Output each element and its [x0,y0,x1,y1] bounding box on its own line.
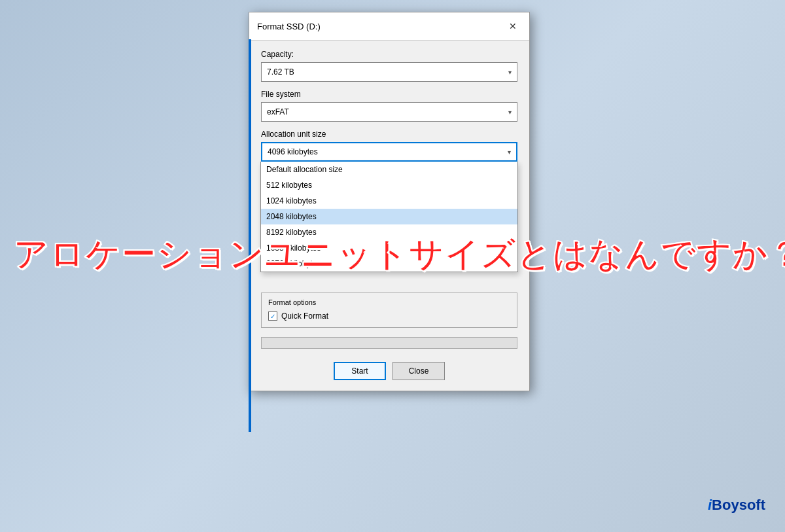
dialog-title: Format SSD (D:) [257,22,321,31]
close-dialog-button[interactable]: Close [392,362,445,380]
dialog-close-button[interactable]: ✕ [504,18,521,35]
format-options-group: Format options ✓ Quick Format [261,293,517,328]
filesystem-select[interactable]: exFAT ▾ [261,102,517,122]
format-options-legend: Format options [268,298,510,306]
iboysoft-text: Boysoft [712,497,765,513]
allocation-select[interactable]: 4096 kilobytes ▾ [261,142,517,162]
dropdown-item-2048[interactable]: 2048 kilobytes [261,209,517,224]
quick-format-checkbox[interactable]: ✓ [268,311,277,321]
dialog-body: Capacity: 7.62 TB ▾ File system exFAT ▾ … [249,41,529,391]
iboysoft-brand: iBoysoft [708,497,765,514]
filesystem-value: exFAT [267,107,289,116]
allocation-select-wrapper: 4096 kilobytes ▾ Default allocation size… [261,142,517,162]
quick-format-label: Quick Format [281,311,328,321]
allocation-value: 4096 kilobytes [268,147,318,156]
capacity-label: Capacity: [261,50,517,59]
dropdown-item-1024[interactable]: 1024 kilobytes [261,193,517,209]
dialog-titlebar: Format SSD (D:) ✕ [249,12,529,41]
progress-bar [261,337,517,349]
format-dialog: Format SSD (D:) ✕ Capacity: 7.62 TB ▾ Fi… [249,12,530,391]
dropdown-item-512[interactable]: 512 kilobytes [261,177,517,193]
dialog-buttons: Start Close [261,362,517,380]
capacity-chevron-icon: ▾ [508,69,512,76]
japanese-overlay-text: アロケーションユニットサイズとはなんですか？ [13,232,523,278]
start-button[interactable]: Start [334,362,386,380]
filesystem-label: File system [261,90,517,99]
allocation-label: Allocation unit size [261,130,517,139]
filesystem-chevron-icon: ▾ [508,109,512,116]
dropdown-item-default[interactable]: Default allocation size [261,162,517,177]
quick-format-row: ✓ Quick Format [268,311,510,321]
capacity-select[interactable]: 7.62 TB ▾ [261,62,517,82]
allocation-chevron-icon: ▾ [508,149,511,156]
capacity-value: 7.62 TB [267,67,294,77]
